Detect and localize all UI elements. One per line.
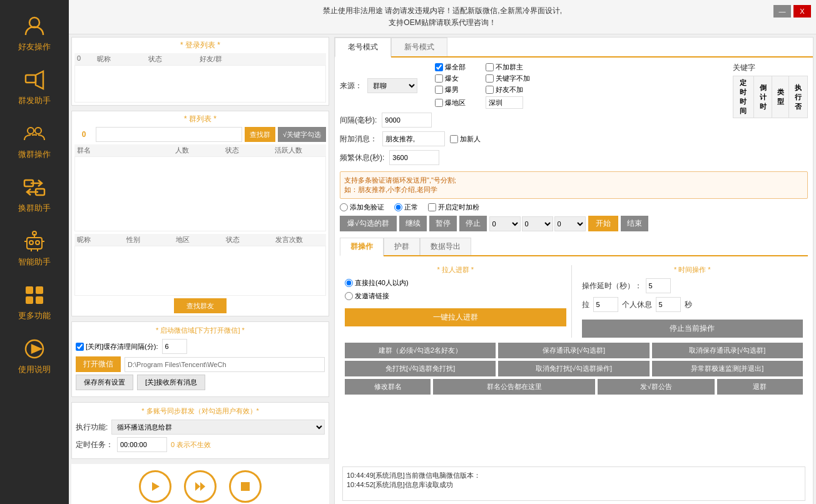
sidebar-item-wechat-group-label: 微群操作: [18, 149, 51, 160]
main-content: 禁止使用非法用途 请勿请发违规内容！适配新版微信,全新黑冷界面设计, 支持OEM…: [69, 0, 816, 504]
sidebar-item-friends[interactable]: 好友操作: [0, 6, 69, 60]
minimize-button[interactable]: —: [773, 5, 791, 18]
cancel-disturb-button[interactable]: 取消免打扰[√勾选群操作]: [498, 361, 649, 376]
find-friend-button[interactable]: 查找群友: [174, 298, 227, 313]
direct-pull-radio[interactable]: 直接拉(40人以内): [345, 278, 409, 288]
op-delay-input[interactable]: [646, 278, 671, 293]
sidebar-item-broadcast[interactable]: 群发助手: [0, 60, 69, 114]
func-row-1: 建群（必须√勾选2名好友） 保存通讯录[√勾选群] 取消保存通讯录[√勾选群]: [345, 343, 803, 358]
sidebar-item-more[interactable]: 更多功能: [0, 275, 69, 329]
announcement-button[interactable]: 群名公告都在这里: [433, 379, 595, 395]
invite-link-radio[interactable]: 发邀请链接: [345, 291, 389, 301]
sidebar-item-manual-label: 使用说明: [18, 364, 51, 375]
save-settings-button[interactable]: 保存所有设置: [76, 375, 133, 390]
svg-rect-1: [26, 75, 36, 83]
sidebar-item-manual[interactable]: 使用说明: [0, 329, 69, 383]
find-group-button[interactable]: 查找群: [245, 127, 275, 142]
sidebar-item-smart[interactable]: 智能助手: [0, 221, 69, 275]
sched-col-countdown: 倒计时: [753, 76, 772, 118]
keyword-select-button[interactable]: √关键字勾选: [278, 127, 326, 142]
hour-select[interactable]: 0: [489, 216, 521, 231]
stop-button[interactable]: 停止: [459, 216, 487, 231]
close-button[interactable]: X: [793, 5, 811, 18]
wechat-path-input[interactable]: [125, 357, 325, 372]
schedule-time-input[interactable]: [117, 437, 167, 452]
tab-new-mode[interactable]: 新号模式: [391, 38, 447, 56]
tab-group-ops[interactable]: 群操作: [340, 238, 384, 256]
one-click-pull-button[interactable]: 一键拉人进群: [345, 308, 566, 326]
add-msg-row: 附加消息： 加新人: [340, 131, 728, 146]
fast-forward-button[interactable]: [184, 470, 217, 503]
no-friend-checkbox[interactable]: 好友不加: [486, 85, 530, 94]
radio-add-verify[interactable]: 添加免验证: [340, 203, 384, 212]
radio-timed[interactable]: 开启定时加粉: [428, 203, 479, 212]
rest-label: 个人休息: [622, 300, 652, 310]
interval-label: 间隔(毫秒):: [340, 115, 377, 126]
op-delay-row: 操作延时（秒）：: [582, 278, 803, 293]
freq-rest-input[interactable]: [389, 150, 439, 165]
rest-input[interactable]: [656, 297, 681, 312]
group-notice-button[interactable]: 发√群公告: [598, 379, 714, 395]
no-disturb-button[interactable]: 免打扰[√勾选群免打扰]: [345, 361, 496, 376]
tab-export[interactable]: 数据导出: [420, 238, 471, 255]
schedule-table: 定时时间 倒计时 类型 执行否: [733, 76, 808, 156]
svg-point-0: [29, 18, 39, 28]
source-select[interactable]: 群聊: [367, 78, 417, 93]
login-list-header: 0 昵称 状态 好友/群: [74, 53, 326, 65]
stop-button[interactable]: [229, 470, 262, 503]
end-button[interactable]: 结束: [621, 216, 648, 231]
cache-checkbox-label[interactable]: [关闭]缓存清理间隔(分):: [76, 342, 158, 351]
no-keyword-checkbox[interactable]: 关键字不加: [486, 74, 530, 83]
rename-button[interactable]: 修改群名: [345, 379, 431, 395]
location-input[interactable]: [486, 96, 523, 109]
content-area: * 登录列表 * 0 昵称 状态 好友/群 * 群列表 * 0 查: [69, 34, 816, 504]
start-button[interactable]: 开始: [588, 216, 618, 231]
open-wechat-button[interactable]: 打开微信: [76, 356, 121, 372]
exec-select[interactable]: 循环播送消息给群: [111, 420, 325, 435]
group-search-input[interactable]: [96, 127, 242, 142]
sidebar-item-more-label: 更多功能: [18, 310, 51, 321]
interval-input[interactable]: [382, 113, 432, 128]
bomb-male-checkbox[interactable]: 爆男: [435, 85, 479, 94]
pull-count-input[interactable]: [593, 297, 618, 312]
sidebar-item-wechat-group[interactable]: 微群操作: [0, 114, 69, 168]
bomb-female-checkbox[interactable]: 爆女: [435, 74, 479, 83]
cache-interval-input[interactable]: [162, 339, 187, 354]
save-contacts-button[interactable]: 保存通讯录[√勾选群]: [498, 343, 649, 358]
add-new-checkbox[interactable]: 加新人: [450, 134, 481, 144]
wechat-section-title: * 启动微信域[下方打开微信] *: [76, 326, 325, 335]
play-controls: [71, 464, 329, 504]
tab-protect[interactable]: 护群: [384, 238, 420, 255]
exit-group-button[interactable]: 退群: [717, 379, 803, 395]
cancel-save-button[interactable]: 取消保存通讯录[√勾选群]: [652, 343, 803, 358]
play-button[interactable]: [139, 470, 171, 503]
svg-rect-19: [36, 286, 43, 294]
monitor-button[interactable]: 异常群极速监测[并退出]: [652, 361, 803, 376]
continue-button[interactable]: 继续: [399, 216, 427, 231]
radio-normal[interactable]: 正常: [394, 203, 418, 212]
group-col-count: 人数: [175, 146, 224, 155]
mode-tab-bar: 老号模式 新号模式: [335, 38, 813, 58]
add-msg-input[interactable]: [382, 131, 445, 146]
bomb-select-button[interactable]: 爆√勾选的群: [340, 216, 397, 231]
sec-select[interactable]: 0: [554, 216, 586, 231]
min-select[interactable]: 0: [522, 216, 553, 231]
no-group-owner-checkbox[interactable]: 不加群主: [486, 63, 530, 72]
time-num-group: 0 0 0: [489, 216, 586, 231]
user-icon: [22, 14, 47, 39]
exec-row: 执行功能: 循环播送消息给群: [76, 420, 325, 435]
group-count: 0: [74, 130, 93, 139]
group-ops-content: * 拉人进群 * 直接拉(40人以内) 发邀请链接: [340, 260, 808, 463]
bomb-all-checkbox[interactable]: 爆全部: [435, 63, 479, 72]
tab-old-mode[interactable]: 老号模式: [335, 38, 391, 58]
cache-checkbox[interactable]: [76, 343, 84, 351]
create-group-button[interactable]: 建群（必须√勾选2名好友）: [345, 343, 496, 358]
receive-messages-button[interactable]: [关]接收所有消息: [137, 375, 205, 390]
pull-title: * 拉人进群 *: [345, 265, 566, 275]
member-table-header: 昵称 性别 地区 状态 发言次数: [74, 234, 326, 246]
bomb-location-checkbox[interactable]: 爆地区: [435, 96, 479, 109]
sidebar-item-swap-group[interactable]: 换群助手: [0, 168, 69, 221]
stop-op-button[interactable]: 停止当前操作: [582, 320, 803, 338]
sched-col-type: 类型: [772, 76, 789, 118]
pause-button[interactable]: 暂停: [429, 216, 457, 231]
